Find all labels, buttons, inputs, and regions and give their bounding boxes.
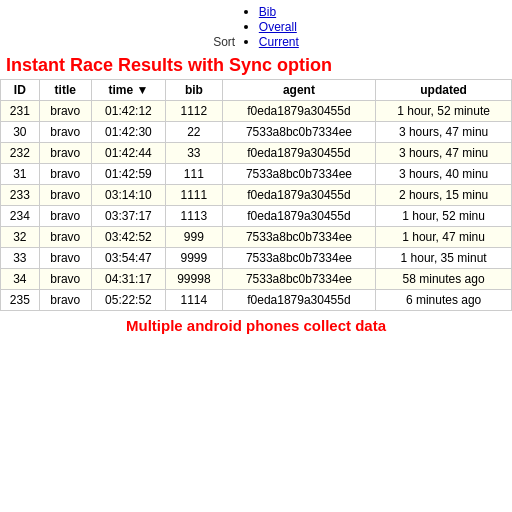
- page-title: Instant Race Results with Sync option: [0, 51, 512, 79]
- table-row: 231bravo01:42:121112f0eda1879a30455d1 ho…: [1, 100, 512, 121]
- cell-updated: 58 minutes ago: [376, 268, 512, 289]
- cell-time: 01:42:59: [91, 163, 165, 184]
- cell-updated: 2 hours, 15 minu: [376, 184, 512, 205]
- cell-bib: 1112: [166, 100, 223, 121]
- cell-updated: 3 hours, 40 minu: [376, 163, 512, 184]
- col-agent: agent: [222, 79, 376, 100]
- cell-id: 232: [1, 142, 40, 163]
- table-row: 32bravo03:42:529997533a8bc0b7334ee1 hour…: [1, 226, 512, 247]
- col-id: ID: [1, 79, 40, 100]
- cell-updated: 1 hour, 52 minu: [376, 205, 512, 226]
- cell-updated: 1 hour, 47 minu: [376, 226, 512, 247]
- cell-agent: f0eda1879a30455d: [222, 100, 376, 121]
- cell-title: bravo: [39, 163, 91, 184]
- sort-section: Sort Bib Overall Current: [0, 4, 512, 49]
- cell-updated: 6 minutes ago: [376, 289, 512, 310]
- bottom-label: Multiple android phones collect data: [0, 311, 512, 336]
- cell-time: 03:54:47: [91, 247, 165, 268]
- cell-time: 04:31:17: [91, 268, 165, 289]
- cell-updated: 3 hours, 47 minu: [376, 121, 512, 142]
- cell-id: 34: [1, 268, 40, 289]
- cell-id: 235: [1, 289, 40, 310]
- sort-overall-link[interactable]: Overall: [259, 20, 297, 34]
- cell-agent: 7533a8bc0b7334ee: [222, 247, 376, 268]
- table-row: 232bravo01:42:4433f0eda1879a30455d3 hour…: [1, 142, 512, 163]
- cell-title: bravo: [39, 205, 91, 226]
- cell-id: 33: [1, 247, 40, 268]
- cell-agent: f0eda1879a30455d: [222, 205, 376, 226]
- cell-updated: 1 hour, 35 minut: [376, 247, 512, 268]
- cell-id: 30: [1, 121, 40, 142]
- cell-agent: 7533a8bc0b7334ee: [222, 268, 376, 289]
- cell-time: 03:14:10: [91, 184, 165, 205]
- cell-time: 01:42:30: [91, 121, 165, 142]
- table-row: 233bravo03:14:101111f0eda1879a30455d2 ho…: [1, 184, 512, 205]
- table-row: 33bravo03:54:4799997533a8bc0b7334ee1 hou…: [1, 247, 512, 268]
- cell-time: 01:42:44: [91, 142, 165, 163]
- col-bib: bib: [166, 79, 223, 100]
- cell-agent: f0eda1879a30455d: [222, 184, 376, 205]
- table-wrapper: ID title time ▼ bib agent updated 231bra…: [0, 79, 512, 311]
- cell-title: bravo: [39, 121, 91, 142]
- col-time: time ▼: [91, 79, 165, 100]
- sort-current-link[interactable]: Current: [259, 35, 299, 49]
- sort-bib-link[interactable]: Bib: [259, 5, 276, 19]
- table-row: 31bravo01:42:591117533a8bc0b7334ee3 hour…: [1, 163, 512, 184]
- cell-agent: 7533a8bc0b7334ee: [222, 121, 376, 142]
- cell-agent: 7533a8bc0b7334ee: [222, 163, 376, 184]
- cell-bib: 1113: [166, 205, 223, 226]
- table-row: 34bravo04:31:17999987533a8bc0b7334ee58 m…: [1, 268, 512, 289]
- cell-title: bravo: [39, 142, 91, 163]
- cell-bib: 1114: [166, 289, 223, 310]
- cell-id: 231: [1, 100, 40, 121]
- cell-updated: 3 hours, 47 minu: [376, 142, 512, 163]
- cell-title: bravo: [39, 268, 91, 289]
- cell-title: bravo: [39, 100, 91, 121]
- cell-agent: f0eda1879a30455d: [222, 142, 376, 163]
- cell-agent: 7533a8bc0b7334ee: [222, 226, 376, 247]
- cell-bib: 111: [166, 163, 223, 184]
- cell-time: 03:42:52: [91, 226, 165, 247]
- cell-bib: 1111: [166, 184, 223, 205]
- cell-time: 05:22:52: [91, 289, 165, 310]
- cell-id: 31: [1, 163, 40, 184]
- cell-updated: 1 hour, 52 minute: [376, 100, 512, 121]
- table-row: 234bravo03:37:171113f0eda1879a30455d1 ho…: [1, 205, 512, 226]
- cell-bib: 33: [166, 142, 223, 163]
- cell-bib: 22: [166, 121, 223, 142]
- cell-bib: 999: [166, 226, 223, 247]
- cell-id: 233: [1, 184, 40, 205]
- sort-list: Bib Overall Current: [239, 4, 299, 49]
- table-row: 30bravo01:42:30227533a8bc0b7334ee3 hours…: [1, 121, 512, 142]
- table-header-row: ID title time ▼ bib agent updated: [1, 79, 512, 100]
- results-table: ID title time ▼ bib agent updated 231bra…: [0, 79, 512, 311]
- cell-bib: 99998: [166, 268, 223, 289]
- col-title: title: [39, 79, 91, 100]
- cell-id: 32: [1, 226, 40, 247]
- cell-title: bravo: [39, 247, 91, 268]
- cell-title: bravo: [39, 289, 91, 310]
- cell-time: 03:37:17: [91, 205, 165, 226]
- col-updated: updated: [376, 79, 512, 100]
- cell-title: bravo: [39, 226, 91, 247]
- cell-time: 01:42:12: [91, 100, 165, 121]
- cell-id: 234: [1, 205, 40, 226]
- sort-label: Sort: [213, 35, 235, 49]
- cell-title: bravo: [39, 184, 91, 205]
- cell-bib: 9999: [166, 247, 223, 268]
- table-row: 235bravo05:22:521114f0eda1879a30455d6 mi…: [1, 289, 512, 310]
- cell-agent: f0eda1879a30455d: [222, 289, 376, 310]
